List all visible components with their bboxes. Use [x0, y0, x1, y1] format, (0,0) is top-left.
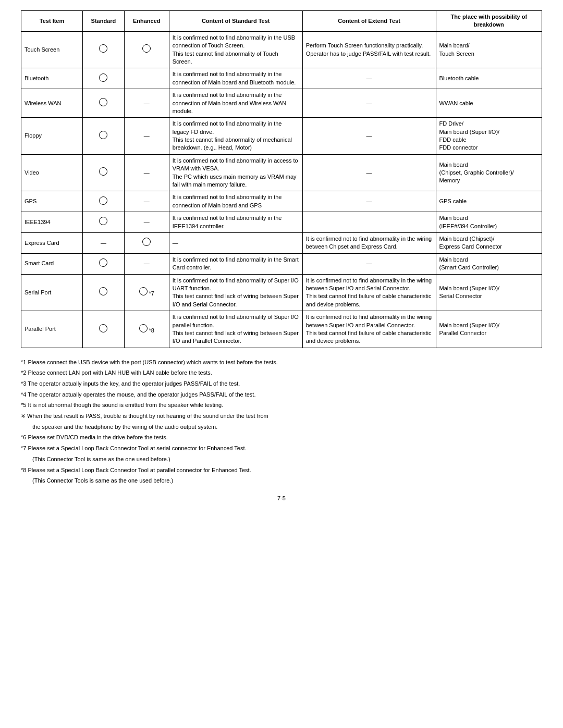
cell-extend-content: It is confirmed not to find abnormality … — [302, 311, 436, 348]
footnote-item: *3 The operator actually inputs the key,… — [21, 379, 542, 389]
circle-icon — [99, 324, 107, 332]
cell-standard-content: It is confirmed not to find abnormality … — [169, 118, 302, 155]
footnote-item: (This Connector Tool is same as the one … — [21, 454, 542, 464]
cell-enhanced: — — [124, 191, 169, 212]
footnote-item: *8 Please set a Special Loop Back Connec… — [21, 465, 542, 475]
circle-icon — [99, 131, 107, 139]
cell-extend-content: — — [302, 154, 436, 191]
cell-extend-content: It is confirmed not to find abnormality … — [302, 274, 436, 311]
footnote-item: *1 Please connect the USB device with th… — [21, 357, 542, 367]
cell-standard-content: It is confirmed not to find abnormality … — [169, 154, 302, 191]
cell-extend-content: — — [302, 118, 436, 155]
cell-extend-content: Perform Touch Screen functionality pract… — [302, 31, 436, 68]
table-row: Video—It is confirmed not to find abnorm… — [21, 154, 542, 191]
cell-standard — [83, 31, 125, 68]
cell-test-item: Parallel Port — [21, 311, 83, 348]
header-enhanced: Enhanced — [124, 11, 169, 32]
cell-enhanced: — — [124, 212, 169, 233]
cell-breakdown: GPS cable — [436, 191, 542, 212]
circle-icon — [99, 44, 107, 53]
cell-test-item: Video — [21, 154, 83, 191]
cell-test-item: Serial Port — [21, 274, 83, 311]
footnote-ref: *8 — [148, 327, 154, 334]
circle-icon — [99, 217, 107, 225]
cell-test-item: GPS — [21, 191, 83, 212]
cell-enhanced — [124, 68, 169, 89]
page-container: Test Item Standard Enhanced Content of S… — [21, 10, 542, 501]
cell-breakdown: Main board (Super I/O)/ Serial Connector — [436, 274, 542, 311]
cell-enhanced — [124, 31, 169, 68]
circle-icon — [99, 258, 107, 267]
table-row: Express Card——It is confirmed not to fin… — [21, 232, 542, 253]
cell-enhanced: *8 — [124, 311, 169, 348]
cell-extend-content: — — [302, 89, 436, 118]
footnote-item: *2 Please connect LAN port with LAN HUB … — [21, 368, 542, 378]
footnote-item: (This Connector Tools is same as the one… — [21, 476, 542, 486]
cell-standard-content: It is confirmed not to find abnormality … — [169, 31, 302, 68]
cell-standard — [83, 191, 125, 212]
footnote-item: *4 The operator actually operates the mo… — [21, 390, 542, 400]
circle-icon — [99, 98, 107, 106]
cell-standard-content: It is confirmed not to find abnormality … — [169, 253, 302, 274]
table-row: BluetoothIt is confirmed not to find abn… — [21, 68, 542, 89]
cell-extend-content: — — [302, 191, 436, 212]
cell-extend-content: — — [302, 253, 436, 274]
cell-standard — [83, 212, 125, 233]
circle-icon — [139, 324, 148, 332]
cell-standard-content: — — [169, 232, 302, 253]
cell-standard — [83, 311, 125, 348]
cell-extend-content — [302, 212, 436, 233]
footnote-item: *7 Please set a Special Loop Back Connec… — [21, 443, 542, 453]
table-row: Parallel Port *8It is confirmed not to f… — [21, 311, 542, 348]
footnotes: *1 Please connect the USB device with th… — [21, 357, 542, 486]
cell-breakdown: WWAN cable — [436, 89, 542, 118]
header-test-item: Test Item — [21, 11, 83, 32]
cell-standard-content: It is confirmed not to find abnormality … — [169, 89, 302, 118]
cell-breakdown: Bluetooth cable — [436, 68, 542, 89]
cell-standard — [83, 89, 125, 118]
header-standard-content: Content of Standard Test — [169, 11, 302, 32]
cell-breakdown: Main board (IEEE#/394 Controller) — [436, 212, 542, 233]
cell-breakdown: Main board/ Touch Screen — [436, 31, 542, 68]
cell-enhanced: — — [124, 253, 169, 274]
circle-icon — [99, 196, 107, 205]
circle-icon — [99, 287, 107, 295]
footnote-item: *5 It is not abnormal though the sound i… — [21, 400, 542, 410]
cell-test-item: Express Card — [21, 232, 83, 253]
cell-test-item: Floppy — [21, 118, 83, 155]
cell-test-item: IEEE1394 — [21, 212, 83, 233]
cell-test-item: Touch Screen — [21, 31, 83, 68]
footnote-ref: *7 — [148, 290, 154, 297]
cell-breakdown: FD Drive/ Main board (Super I/O)/ FDD ca… — [436, 118, 542, 155]
footnote-item: *6 Please set DVD/CD media in the drive … — [21, 433, 542, 442]
cell-standard: — — [83, 232, 125, 253]
footnote-item: ※ When the test result is PASS, trouble … — [21, 411, 542, 421]
page-number: 7-5 — [21, 495, 542, 501]
header-standard: Standard — [83, 11, 125, 32]
header-breakdown: The place with possibility of breakdown — [436, 11, 542, 32]
table-row: Smart Card—It is confirmed not to find a… — [21, 253, 542, 274]
cell-breakdown: Main board (Super I/O)/ Parallel Connect… — [436, 311, 542, 348]
cell-standard-content: It is confirmed not to find abnormality … — [169, 274, 302, 311]
circle-icon — [99, 167, 107, 176]
cell-enhanced: — — [124, 154, 169, 191]
circle-icon — [99, 73, 107, 82]
table-row: Touch ScreenIt is confirmed not to find … — [21, 31, 542, 68]
cell-standard — [83, 274, 125, 311]
cell-standard — [83, 253, 125, 274]
cell-extend-content: It is confirmed not to find abnormality … — [302, 232, 436, 253]
cell-standard-content: It is confirmed not to find abnormality … — [169, 191, 302, 212]
main-table: Test Item Standard Enhanced Content of S… — [21, 10, 542, 348]
cell-test-item: Wireless WAN — [21, 89, 83, 118]
circle-icon — [139, 287, 148, 295]
cell-enhanced: — — [124, 118, 169, 155]
circle-icon — [142, 238, 151, 246]
footnote-item: the speaker and the headphone by the wir… — [21, 422, 542, 432]
table-row: Serial Port *7It is confirmed not to fin… — [21, 274, 542, 311]
header-extend-content: Content of Extend Test — [302, 11, 436, 32]
table-row: IEEE1394—It is confirmed not to find abn… — [21, 212, 542, 233]
cell-standard-content: It is confirmed not to find abnormality … — [169, 311, 302, 348]
cell-standard — [83, 118, 125, 155]
cell-breakdown: Main board (Chipset, Graphic Controller)… — [436, 154, 542, 191]
cell-enhanced: — — [124, 89, 169, 118]
